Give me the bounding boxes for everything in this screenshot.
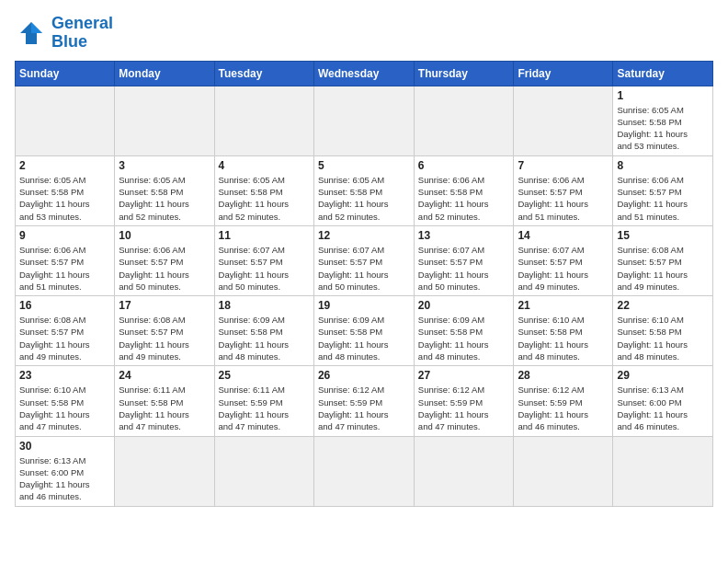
day-number: 20	[418, 299, 510, 312]
day-number: 23	[19, 369, 110, 382]
col-header-friday: Friday	[514, 61, 613, 86]
day-info: Sunrise: 6:06 AMSunset: 5:57 PMDaylight:…	[518, 174, 609, 223]
day-number: 24	[119, 369, 210, 382]
calendar-cell	[16, 86, 115, 155]
col-header-thursday: Thursday	[414, 61, 514, 86]
day-number: 25	[219, 369, 310, 382]
calendar-cell	[214, 86, 313, 155]
calendar-cell: 8Sunrise: 6:06 AMSunset: 5:57 PMDaylight…	[613, 155, 713, 225]
day-number: 11	[219, 229, 310, 242]
day-number: 15	[617, 229, 709, 242]
calendar-cell: 4Sunrise: 6:05 AMSunset: 5:58 PMDaylight…	[214, 155, 313, 225]
day-info: Sunrise: 6:06 AMSunset: 5:57 PMDaylight:…	[119, 244, 210, 293]
day-number: 21	[518, 299, 609, 312]
day-info: Sunrise: 6:09 AMSunset: 5:58 PMDaylight:…	[318, 314, 410, 362]
col-header-monday: Monday	[115, 61, 214, 86]
calendar: SundayMondayTuesdayWednesdayThursdayFrid…	[15, 61, 713, 507]
calendar-cell: 22Sunrise: 6:10 AMSunset: 5:58 PMDayligh…	[613, 296, 713, 366]
day-number: 14	[518, 229, 609, 242]
col-header-sunday: Sunday	[16, 61, 115, 86]
calendar-cell	[514, 436, 613, 506]
calendar-week-row: 16Sunrise: 6:08 AMSunset: 5:57 PMDayligh…	[16, 296, 713, 366]
day-info: Sunrise: 6:11 AMSunset: 5:58 PMDaylight:…	[119, 384, 210, 432]
day-info: Sunrise: 6:08 AMSunset: 5:57 PMDaylight:…	[119, 314, 210, 362]
calendar-week-row: 23Sunrise: 6:10 AMSunset: 5:58 PMDayligh…	[16, 366, 713, 436]
day-number: 6	[418, 159, 510, 172]
calendar-cell: 10Sunrise: 6:06 AMSunset: 5:57 PMDayligh…	[115, 225, 214, 295]
svg-marker-1	[31, 22, 42, 33]
day-info: Sunrise: 6:06 AMSunset: 5:58 PMDaylight:…	[418, 174, 510, 223]
calendar-cell: 21Sunrise: 6:10 AMSunset: 5:58 PMDayligh…	[514, 296, 613, 366]
logo-icon	[15, 20, 48, 46]
day-info: Sunrise: 6:05 AMSunset: 5:58 PMDaylight:…	[219, 174, 310, 223]
calendar-cell: 13Sunrise: 6:07 AMSunset: 5:57 PMDayligh…	[414, 225, 514, 295]
calendar-week-row: 2Sunrise: 6:05 AMSunset: 5:58 PMDaylight…	[16, 155, 713, 225]
day-number: 27	[418, 369, 510, 382]
day-info: Sunrise: 6:05 AMSunset: 5:58 PMDaylight:…	[19, 174, 110, 223]
calendar-week-row: 30Sunrise: 6:13 AMSunset: 6:00 PMDayligh…	[16, 436, 713, 506]
day-number: 9	[19, 229, 110, 242]
calendar-cell	[115, 436, 214, 506]
day-number: 19	[318, 299, 410, 312]
day-number: 4	[219, 159, 310, 172]
calendar-cell: 14Sunrise: 6:07 AMSunset: 5:57 PMDayligh…	[514, 225, 613, 295]
day-info: Sunrise: 6:08 AMSunset: 5:57 PMDaylight:…	[617, 244, 709, 293]
day-info: Sunrise: 6:09 AMSunset: 5:58 PMDaylight:…	[219, 314, 310, 362]
col-header-tuesday: Tuesday	[214, 61, 313, 86]
calendar-week-row: 1Sunrise: 6:05 AMSunset: 5:58 PMDaylight…	[16, 86, 713, 155]
day-number: 10	[119, 229, 210, 242]
calendar-cell: 6Sunrise: 6:06 AMSunset: 5:58 PMDaylight…	[414, 155, 514, 225]
calendar-cell: 29Sunrise: 6:13 AMSunset: 6:00 PMDayligh…	[613, 366, 713, 436]
calendar-cell	[313, 86, 414, 155]
page-header: General Blue	[15, 15, 713, 52]
logo-text: General Blue	[51, 15, 113, 52]
calendar-cell: 5Sunrise: 6:05 AMSunset: 5:58 PMDaylight…	[313, 155, 414, 225]
calendar-header-row: SundayMondayTuesdayWednesdayThursdayFrid…	[16, 61, 713, 86]
calendar-cell	[613, 436, 713, 506]
day-number: 18	[219, 299, 310, 312]
day-number: 2	[19, 159, 110, 172]
logo-blue: Blue	[51, 32, 87, 51]
day-info: Sunrise: 6:07 AMSunset: 5:57 PMDaylight:…	[418, 244, 510, 293]
calendar-cell: 28Sunrise: 6:12 AMSunset: 5:59 PMDayligh…	[514, 366, 613, 436]
calendar-cell: 23Sunrise: 6:10 AMSunset: 5:58 PMDayligh…	[16, 366, 115, 436]
calendar-week-row: 9Sunrise: 6:06 AMSunset: 5:57 PMDaylight…	[16, 225, 713, 295]
day-info: Sunrise: 6:11 AMSunset: 5:59 PMDaylight:…	[219, 384, 310, 432]
calendar-cell: 20Sunrise: 6:09 AMSunset: 5:58 PMDayligh…	[414, 296, 514, 366]
day-number: 8	[617, 159, 709, 172]
calendar-cell	[514, 86, 613, 155]
day-info: Sunrise: 6:06 AMSunset: 5:57 PMDaylight:…	[617, 174, 709, 223]
day-info: Sunrise: 6:06 AMSunset: 5:57 PMDaylight:…	[19, 244, 110, 293]
day-number: 16	[19, 299, 110, 312]
day-number: 17	[119, 299, 210, 312]
day-number: 3	[119, 159, 210, 172]
day-info: Sunrise: 6:12 AMSunset: 5:59 PMDaylight:…	[318, 384, 410, 432]
calendar-cell	[214, 436, 313, 506]
calendar-cell: 18Sunrise: 6:09 AMSunset: 5:58 PMDayligh…	[214, 296, 313, 366]
calendar-cell: 25Sunrise: 6:11 AMSunset: 5:59 PMDayligh…	[214, 366, 313, 436]
day-number: 26	[318, 369, 410, 382]
col-header-wednesday: Wednesday	[313, 61, 414, 86]
calendar-cell: 1Sunrise: 6:05 AMSunset: 5:58 PMDaylight…	[613, 86, 713, 155]
day-number: 1	[617, 89, 709, 102]
day-info: Sunrise: 6:10 AMSunset: 5:58 PMDaylight:…	[518, 314, 609, 362]
day-info: Sunrise: 6:08 AMSunset: 5:57 PMDaylight:…	[19, 314, 110, 362]
day-number: 22	[617, 299, 709, 312]
calendar-cell: 27Sunrise: 6:12 AMSunset: 5:59 PMDayligh…	[414, 366, 514, 436]
calendar-cell: 16Sunrise: 6:08 AMSunset: 5:57 PMDayligh…	[16, 296, 115, 366]
day-info: Sunrise: 6:07 AMSunset: 5:57 PMDaylight:…	[318, 244, 410, 293]
calendar-cell: 30Sunrise: 6:13 AMSunset: 6:00 PMDayligh…	[16, 436, 115, 506]
day-info: Sunrise: 6:07 AMSunset: 5:57 PMDaylight:…	[219, 244, 310, 293]
calendar-cell: 11Sunrise: 6:07 AMSunset: 5:57 PMDayligh…	[214, 225, 313, 295]
calendar-cell	[414, 436, 514, 506]
col-header-saturday: Saturday	[613, 61, 713, 86]
calendar-cell: 3Sunrise: 6:05 AMSunset: 5:58 PMDaylight…	[115, 155, 214, 225]
day-number: 30	[19, 440, 110, 453]
calendar-cell: 19Sunrise: 6:09 AMSunset: 5:58 PMDayligh…	[313, 296, 414, 366]
calendar-cell: 24Sunrise: 6:11 AMSunset: 5:58 PMDayligh…	[115, 366, 214, 436]
day-number: 12	[318, 229, 410, 242]
logo: General Blue	[15, 15, 113, 52]
day-info: Sunrise: 6:05 AMSunset: 5:58 PMDaylight:…	[617, 104, 709, 153]
calendar-cell	[414, 86, 514, 155]
day-info: Sunrise: 6:10 AMSunset: 5:58 PMDaylight:…	[19, 384, 110, 432]
